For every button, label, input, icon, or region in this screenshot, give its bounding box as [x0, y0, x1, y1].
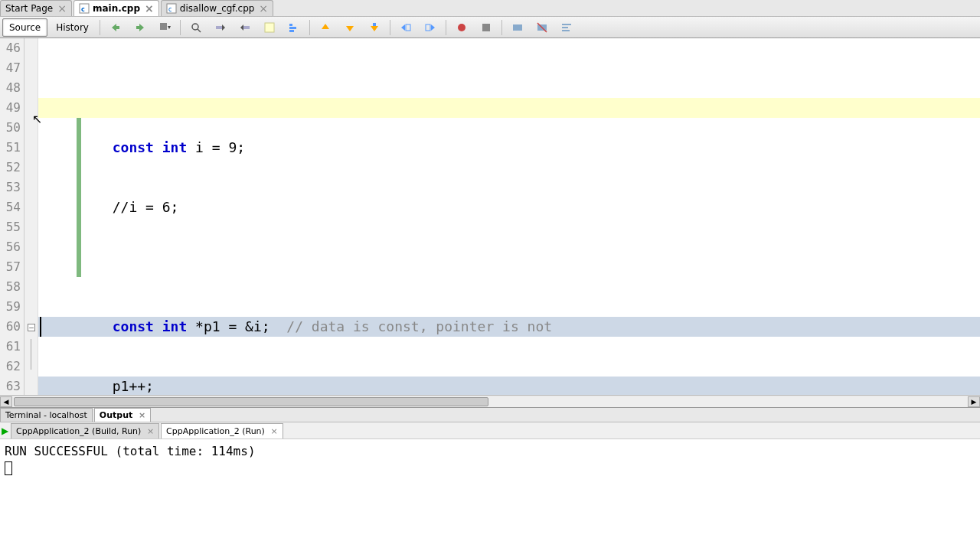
close-icon[interactable]: × — [145, 5, 154, 12]
cpp-file-icon: c — [79, 3, 90, 14]
code-content[interactable]: const int i = 9; //i = 6; const int *p1 … — [38, 38, 980, 395]
output-text: RUN SUCCESSFUL (total time: 114ms) — [5, 444, 975, 458]
output-inner-tabs: ▶ CppApplication_2 (Build, Run) × CppApp… — [0, 422, 980, 439]
format-icon[interactable] — [555, 18, 578, 37]
toggle-highlight-icon[interactable] — [258, 18, 281, 37]
svg-rect-18 — [513, 24, 522, 31]
output-console[interactable]: RUN SUCCESSFUL (total time: 114ms) — [0, 439, 980, 551]
scroll-thumb[interactable] — [14, 397, 488, 406]
uncomment-icon[interactable] — [531, 18, 554, 37]
tab-run[interactable]: CppApplication_2 (Run) × — [161, 423, 283, 439]
tab-terminal[interactable]: Terminal - localhost — [0, 408, 93, 422]
source-view-button[interactable]: Source — [2, 18, 47, 37]
svg-rect-15 — [426, 24, 430, 31]
close-icon[interactable]: × — [57, 5, 67, 12]
dropdown-icon[interactable] — [153, 18, 176, 37]
rerun-icon[interactable]: ▶ — [2, 425, 8, 436]
tab-label: CppApplication_2 (Build, Run) — [16, 426, 141, 436]
tab-start-page[interactable]: Start Page × — [0, 0, 72, 16]
close-icon[interactable]: × — [259, 5, 268, 12]
back-icon[interactable] — [104, 18, 127, 37]
svg-rect-11 — [289, 27, 296, 29]
close-icon[interactable]: × — [147, 426, 154, 436]
tab-label: CppApplication_2 (Run) — [166, 426, 265, 436]
change-bar — [77, 98, 81, 277]
shift-right-icon[interactable] — [419, 18, 442, 37]
text-cursor — [40, 317, 41, 337]
close-icon[interactable]: × — [270, 426, 277, 436]
scroll-left-icon[interactable]: ◀ — [0, 396, 12, 407]
svg-rect-23 — [562, 30, 570, 31]
find-prev-icon[interactable] — [209, 18, 232, 37]
file-tabs: Start Page × c main.cpp × c disallow_cgf… — [0, 0, 980, 17]
svg-rect-8 — [243, 26, 250, 29]
line-number-gutter: 464748495051525354555657585960616263 — [0, 38, 24, 395]
history-view-button[interactable]: History — [49, 18, 96, 37]
svg-rect-22 — [562, 27, 568, 28]
svg-rect-12 — [289, 30, 294, 32]
find-next-icon[interactable] — [234, 18, 256, 37]
svg-rect-21 — [562, 24, 571, 25]
fold-box-icon[interactable]: − — [28, 321, 35, 332]
svg-point-5 — [192, 24, 198, 30]
scroll-right-icon[interactable]: ▶ — [968, 396, 980, 407]
tab-label: main.cpp — [93, 3, 140, 14]
tab-disallow-cgf[interactable]: c disallow_cgf.cpp × — [161, 0, 273, 16]
tab-label: Terminal - localhost — [5, 410, 87, 420]
svg-rect-7 — [216, 26, 222, 29]
shift-left-icon[interactable] — [394, 18, 417, 37]
comment-icon[interactable] — [506, 18, 529, 37]
tab-main-cpp[interactable]: c main.cpp × — [74, 0, 159, 16]
current-line-highlight — [38, 98, 980, 118]
svg-rect-9 — [265, 23, 274, 32]
tab-label: Start Page — [5, 3, 53, 14]
svg-rect-17 — [482, 24, 490, 31]
next-bookmark-icon[interactable] — [338, 18, 361, 37]
horizontal-scrollbar[interactable]: ◀ ▶ — [0, 395, 980, 407]
console-cursor — [5, 461, 12, 475]
svg-point-16 — [458, 24, 466, 31]
tab-label: Output — [100, 410, 132, 420]
close-icon[interactable]: × — [139, 410, 145, 420]
tab-label: disallow_cgf.cpp — [180, 3, 255, 14]
scroll-track[interactable] — [12, 396, 968, 407]
start-macro-icon[interactable] — [450, 18, 473, 37]
cpp-file-icon: c — [166, 3, 177, 14]
svg-text:c: c — [81, 6, 85, 13]
svg-rect-4 — [160, 23, 167, 30]
code-editor[interactable]: 464748495051525354555657585960616263 − c… — [0, 38, 980, 395]
prev-bookmark-icon[interactable] — [314, 18, 337, 37]
bookmark-icon[interactable] — [363, 18, 386, 37]
bottom-panel-tabs: Terminal - localhost Output × — [0, 407, 980, 422]
forward-icon[interactable] — [129, 18, 152, 37]
svg-rect-14 — [406, 24, 410, 31]
stop-macro-icon[interactable] — [475, 18, 498, 37]
svg-text:c: c — [168, 6, 172, 13]
svg-line-6 — [198, 29, 201, 32]
fold-gutter: − — [24, 38, 38, 395]
tab-output[interactable]: Output × — [94, 408, 151, 422]
tab-build-run[interactable]: CppApplication_2 (Build, Run) × — [11, 423, 159, 439]
editor-toolbar: Source History — [0, 17, 980, 38]
svg-rect-10 — [289, 24, 292, 26]
svg-rect-13 — [373, 23, 376, 26]
toggle-bookmark-icon[interactable] — [283, 18, 305, 37]
find-selection-icon[interactable] — [185, 18, 207, 37]
